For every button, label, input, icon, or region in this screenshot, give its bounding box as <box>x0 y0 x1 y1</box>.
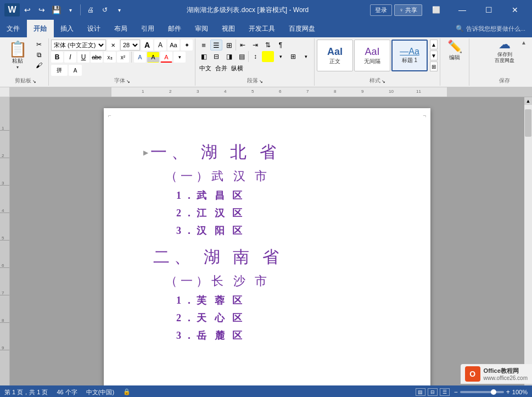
zoom-in-button[interactable]: + <box>506 388 510 396</box>
font-grow-button[interactable]: A <box>141 40 153 51</box>
strikethrough-button[interactable]: abc <box>91 52 103 63</box>
ribbon-display-button[interactable]: ⬜ <box>423 0 449 20</box>
font-name-clear-button[interactable]: ✕ <box>107 40 119 51</box>
shading-arrow[interactable]: ▾ <box>275 51 287 62</box>
save-quick-button[interactable]: 💾 <box>49 3 63 16</box>
document-page[interactable]: ⌐ ¬ ▶ 一、 湖 北 省 <box>104 108 430 385</box>
tab-design[interactable]: 设计 <box>81 20 108 37</box>
login-button[interactable]: 登录 <box>370 4 392 16</box>
tab-review[interactable]: 审阅 <box>188 20 215 37</box>
heading3-tianxin[interactable]: 2．天 心 区 <box>176 311 391 325</box>
align-right-button[interactable]: ◨ <box>223 51 235 62</box>
chinese-layout-2[interactable]: 合并 <box>214 63 229 74</box>
sort-button[interactable]: ⇅ <box>262 40 274 51</box>
tab-references[interactable]: 引用 <box>135 20 161 37</box>
heading2-wuhan[interactable]: （一）武 汉 市 <box>165 168 391 184</box>
underline-button[interactable]: U <box>77 52 89 63</box>
redo-button[interactable]: ↪ <box>35 3 48 16</box>
zoom-thumb[interactable] <box>491 389 496 395</box>
share-button[interactable]: ♀ 共享 <box>394 4 422 16</box>
tab-insert[interactable]: 插入 <box>54 20 81 37</box>
char-border-button[interactable]: A <box>69 65 82 76</box>
scroll-track[interactable] <box>524 105 532 378</box>
heading3-wuchang[interactable]: 1．武 昌 区 <box>176 189 391 202</box>
show-marks-button[interactable]: ¶ <box>275 40 287 51</box>
justify-button[interactable]: ▤ <box>236 51 248 62</box>
paste-button[interactable]: 📋 粘贴 ▾ <box>4 40 31 71</box>
numbered-list-button[interactable]: ☰ <box>210 40 222 51</box>
undo2-button[interactable]: ↺ <box>98 3 111 16</box>
styles-more-button[interactable]: ⊞ <box>430 61 438 71</box>
shading-button[interactable] <box>262 51 274 62</box>
editing-button[interactable]: ✏️ 编辑 <box>443 40 467 61</box>
tell-me-area[interactable]: 🔍 告诉我您想要做什么... <box>449 20 532 37</box>
zoom-out-button[interactable]: − <box>454 388 458 396</box>
para-expand-icon[interactable]: ↘ <box>259 79 263 84</box>
border-arrow[interactable]: ▾ <box>300 51 312 62</box>
font-name-select[interactable]: 宋体 (中文正文) <box>51 40 106 51</box>
heading3-yuelu[interactable]: 3．岳 麓 区 <box>176 329 391 342</box>
align-left-button[interactable]: ◧ <box>198 51 210 62</box>
style-heading1[interactable]: —Aa 标题 1 <box>391 40 428 71</box>
clipboard-expand-icon[interactable]: ↘ <box>32 79 36 84</box>
scroll-thumb[interactable] <box>525 109 531 137</box>
web-view-button[interactable]: ⊟ <box>428 388 438 396</box>
tab-layout[interactable]: 布局 <box>108 20 135 37</box>
copy-button[interactable]: ⧉ <box>32 50 46 60</box>
heading2-changsha[interactable]: （一）长 沙 市 <box>165 273 391 289</box>
heading3-hanyang[interactable]: 3．汉 阳 区 <box>176 224 391 237</box>
phonetic-button[interactable]: 拼 <box>51 65 68 76</box>
font-expand-icon[interactable]: ↘ <box>126 79 130 84</box>
line-spacing-button[interactable]: ↕ <box>249 51 261 62</box>
decrease-indent-button[interactable]: ⇤ <box>237 40 249 51</box>
font-color-button[interactable]: A <box>160 52 172 63</box>
heading1-hubei[interactable]: 一、 湖 北 省 <box>150 141 281 164</box>
zoom-slider[interactable] <box>460 391 504 393</box>
italic-button[interactable]: I <box>64 52 76 63</box>
heading3-jianghan[interactable]: 2．江 汉 区 <box>176 206 391 220</box>
chinese-layout-1[interactable]: 中文 <box>198 63 213 74</box>
tab-file[interactable]: 文件 <box>0 20 27 37</box>
styles-expand-icon[interactable]: ↘ <box>382 79 385 84</box>
chinese-layout-3[interactable]: 纵横 <box>229 63 245 74</box>
maximize-button[interactable]: ☐ <box>476 0 501 20</box>
cut-button[interactable]: ✂ <box>32 40 46 49</box>
clear-format-button[interactable]: ✦ <box>181 40 193 51</box>
close-button[interactable]: ✕ <box>502 0 528 20</box>
bold-button[interactable]: B <box>51 52 63 63</box>
font-case-button[interactable]: Aa <box>167 40 180 51</box>
tab-developer[interactable]: 开发工具 <box>242 20 282 37</box>
subscript-button[interactable]: x₂ <box>104 52 116 63</box>
multilevel-list-button[interactable]: ⊞ <box>223 40 235 51</box>
tab-home[interactable]: 开始 <box>27 20 54 37</box>
tab-mailings[interactable]: 邮件 <box>161 20 188 37</box>
font-size-select[interactable]: 28 <box>120 40 140 51</box>
font-color-arrow[interactable]: ▾ <box>173 52 186 63</box>
format-painter-button[interactable]: 🖌 <box>32 60 46 70</box>
read-view-button[interactable]: ☰ <box>440 388 450 396</box>
text-effect-button[interactable]: A <box>134 52 146 63</box>
align-center-button[interactable]: ⊟ <box>210 51 222 62</box>
tab-baidu[interactable]: 百度网盘 <box>282 20 322 37</box>
increase-indent-button[interactable]: ⇥ <box>249 40 261 51</box>
scrollbar-vertical[interactable]: ▲ ▼ <box>524 97 532 385</box>
customize-button[interactable]: ▾ <box>64 3 77 16</box>
style-normal[interactable]: AaI 正文 <box>317 40 353 71</box>
print-view-button[interactable]: ▤ <box>416 388 425 396</box>
undo-button[interactable]: ↩ <box>21 3 34 16</box>
scroll-area[interactable]: ⌐ ¬ ▶ 一、 湖 北 省 <box>10 97 532 385</box>
bullets-button[interactable]: ≡ <box>198 40 210 51</box>
heading1-hunan[interactable]: 二、 湖 南 省 <box>153 246 283 269</box>
minimize-button[interactable]: — <box>450 0 475 20</box>
scroll-up-button[interactable]: ▲ <box>524 97 532 105</box>
font-shrink-button[interactable]: A <box>154 40 166 51</box>
heading3-furong[interactable]: 1．芙 蓉 区 <box>176 294 391 307</box>
style-no-space[interactable]: AaI 无间隔 <box>354 40 390 71</box>
border-button[interactable]: ⊞ <box>287 51 299 62</box>
highlight-button[interactable]: A <box>147 52 159 63</box>
more-button[interactable]: ▾ <box>113 3 126 16</box>
print-preview-button[interactable]: 🖨 <box>84 3 97 16</box>
superscript-button[interactable]: x² <box>117 52 129 63</box>
save-baidu-button[interactable]: ☁ 保存到百度网盘 <box>490 40 519 61</box>
tab-view[interactable]: 视图 <box>215 20 242 37</box>
